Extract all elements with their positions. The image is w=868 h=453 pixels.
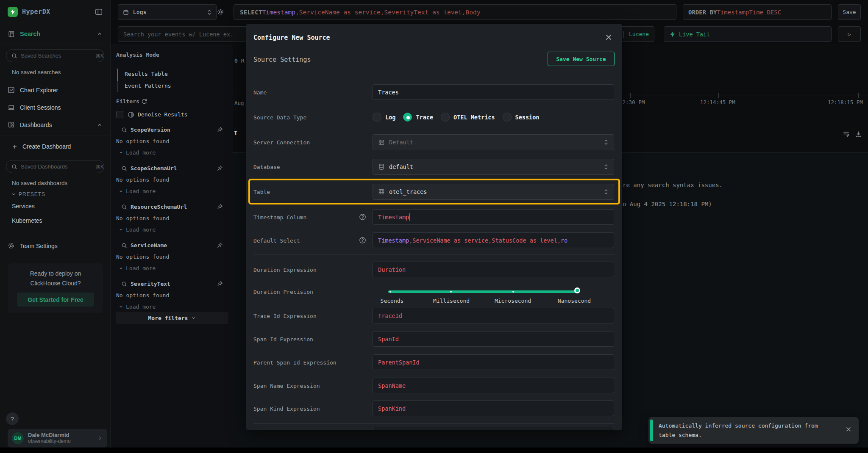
default-select-input[interactable]: Timestamp, ServiceName as service, Statu… [373,232,614,248]
text-cursor [409,213,410,221]
saved-searches-field[interactable] [21,52,95,59]
duration-expression-input[interactable]: Duration [373,262,614,277]
sidebar-item-chart-explorer[interactable]: Chart Explorer [0,81,110,99]
sidebar-header: HyperDX [0,0,110,24]
help-button[interactable]: ? [6,412,19,425]
sidebar-item-kubernetes[interactable]: Kubernetes [0,213,110,228]
filter-group-servicename[interactable]: ServiceName [121,242,223,249]
load-more-button[interactable]: Load more [116,304,156,310]
filters-panel: Analysis Mode Results Table Event Patter… [111,44,233,447]
axis-label-partial: Aug [234,100,244,106]
table-select[interactable]: otel_traces [373,184,614,200]
saved-dashboards-input[interactable]: ⌘K [6,160,104,173]
panel-toggle-icon[interactable] [95,8,103,16]
user-menu[interactable]: DM Dale McDiarmid observability-demo [8,429,107,447]
get-started-button[interactable]: Get Started for Free [17,293,94,307]
filter-group-scopeschemaurl[interactable]: ScopeSchemaUrl [121,165,223,171]
filter-group-scopeversion[interactable]: ScopeVersion [121,127,223,133]
hyperdx-app: HyperDX Search ⌘K No saved searches [0,0,868,453]
load-more-button[interactable]: Load more [116,226,156,233]
search-icon [121,166,127,171]
denoise-results-row: Denoise Results [116,111,187,118]
timestamp-column-label: Timestamp Column [253,214,306,221]
slider-thumb[interactable] [574,287,580,293]
name-input[interactable]: Traces [373,84,614,100]
close-icon[interactable] [845,426,852,433]
refresh-icon[interactable] [141,98,147,105]
question-circle-icon[interactable] [359,213,366,221]
more-filters-button[interactable]: More filters [116,312,228,324]
analysis-mode-title: Analysis Mode [116,52,159,58]
database-select[interactable]: default [373,159,614,175]
filter-group-severitytext[interactable]: SeverityText [121,281,223,287]
wrap-lines-icon[interactable] [843,130,850,138]
sidebar-item-dashboards[interactable]: Dashboards [0,116,110,133]
mark-millisecond[interactable]: Millisecond [433,298,470,304]
saved-searches-input[interactable]: ⌘K [6,49,104,62]
presets-toggle[interactable]: PRESETS [0,186,110,199]
mark-nanosecond[interactable]: Nanosecond [558,298,591,304]
mode-results-table[interactable]: Results Table [125,71,168,77]
parent-span-id-input[interactable]: ParentSpanId [373,354,614,370]
pin-icon[interactable] [217,281,223,287]
span-name-label: Span Name Expression [253,383,320,389]
radio-log[interactable]: Log [373,113,395,122]
sidebar-item-search[interactable]: Search [0,24,110,44]
language-toggle-lucene[interactable]: Lucene [629,31,649,37]
span-kind-input[interactable]: SpanKind [373,401,614,416]
chevron-up-icon[interactable] [97,31,103,37]
filter-group-resourceschemaurl[interactable]: ResourceSchemaUrl [121,204,223,210]
live-tail-button[interactable]: Live Tail [664,26,832,42]
parent-span-id-label: Parent Span Id Expression [253,359,337,366]
pin-icon[interactable] [217,204,223,210]
play-button[interactable]: ▷ [838,26,861,42]
sidebar-item-client-sessions[interactable]: Client Sessions [0,99,110,116]
denoise-checkbox[interactable] [116,111,123,118]
radio-session[interactable]: Session [503,113,540,122]
user-org: observability-demo [28,438,97,445]
pin-icon[interactable] [217,165,223,171]
source-selector[interactable]: Logs [118,4,217,20]
server-connection-select[interactable]: Default [373,134,614,150]
time-tick: 12:18:15 PM [828,99,863,105]
sidebar-item-team-settings[interactable]: Team Settings [0,237,110,254]
pin-icon[interactable] [217,127,223,133]
order-by-input[interactable]: ORDER BY TimestampTime DESC [683,4,832,20]
shortcut-badge: ⌘K [95,53,104,59]
chevron-down-icon [11,192,16,197]
filter-empty: No options found [116,138,169,144]
create-dashboard-button[interactable]: Create Dashboard [0,138,110,155]
saved-dashboards-field[interactable] [21,163,95,170]
pin-icon[interactable] [217,242,223,249]
span-id-input[interactable]: SpanId [373,331,614,347]
toast-message: Automatically inferred source configurat… [659,421,824,440]
load-more-button[interactable]: Load more [116,265,156,271]
timestamp-column-input[interactable]: Timestamp [373,209,614,225]
table-label: Table [253,189,270,195]
trace-id-input[interactable]: TraceId [373,308,614,323]
radio-otel-metrics[interactable]: OTEL Metrics [441,113,495,122]
table-grid-icon [378,188,385,195]
mode-event-patterns[interactable]: Event Patterns [125,83,171,89]
span-name-input[interactable]: SpanName [373,378,614,393]
mark-seconds[interactable]: Seconds [381,298,404,304]
sql-select-input[interactable]: SELECT Timestamp, ServiceName as service… [234,4,676,20]
source-data-type-radios: Log Trace OTEL Metrics Session [373,113,539,122]
sidebar-item-services[interactable]: Services [0,199,110,213]
question-circle-icon[interactable] [359,237,366,244]
gear-icon[interactable] [217,8,224,16]
duration-precision-label: Duration Precision [253,289,313,295]
save-new-source-button[interactable]: Save New Source [548,52,615,66]
radio-trace[interactable]: Trace [403,113,433,122]
window-bottom-edge [0,447,868,453]
load-more-button[interactable]: Load more [116,149,156,156]
download-icon[interactable] [855,130,862,138]
save-search-button[interactable]: Save [838,4,861,20]
chevron-up-icon[interactable] [97,122,103,128]
dashboards-label: Dashboards [20,122,97,128]
no-saved-searches-note: No saved searches [0,62,110,75]
close-icon[interactable] [604,33,613,41]
mark-microsecond[interactable]: Microsecond [495,298,531,304]
load-more-button[interactable]: Load more [116,188,156,194]
duration-precision-slider[interactable] [388,290,576,293]
